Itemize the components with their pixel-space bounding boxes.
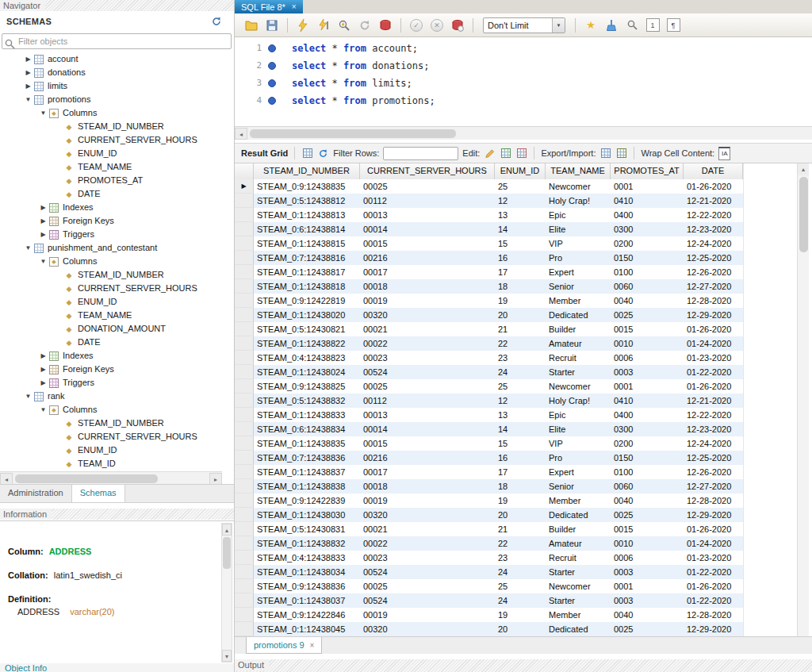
grid-cell[interactable]: STEAM_0:1:12438818 <box>254 279 360 294</box>
grid-cell[interactable]: 12-26-2020 <box>684 465 743 479</box>
export-recordset-icon[interactable] <box>599 148 611 159</box>
chevron-down-icon[interactable]: ▼ <box>552 18 565 33</box>
grid-cell[interactable]: VIP <box>546 436 611 451</box>
table-row[interactable]: STEAM_0:9:124228460001919Member004012-28… <box>235 608 743 622</box>
grid-cell[interactable]: 0003 <box>611 565 684 579</box>
grid-cell[interactable]: 12-25-2020 <box>684 251 743 265</box>
grid-cell[interactable]: STEAM_0:5:12430821 <box>254 322 360 336</box>
row-header[interactable] <box>235 279 254 294</box>
grid-cell[interactable]: 00022 <box>360 336 495 351</box>
tree-item-promotions[interactable]: ▼promotions <box>0 93 222 106</box>
table-row[interactable]: ▶STEAM_0:9:124388350002525Newcomer000101… <box>235 179 743 194</box>
tab-promotions-result[interactable]: promotions 9 × <box>246 637 322 654</box>
expand-arrow-icon[interactable]: ▶ <box>37 201 49 214</box>
row-header[interactable] <box>235 508 254 522</box>
grid-cell[interactable]: STEAM_0:9:12438836 <box>254 579 360 593</box>
grid-cell[interactable]: 0100 <box>611 465 684 479</box>
grid-cell[interactable]: 19 <box>495 294 546 308</box>
grid-cell[interactable]: Dedicated <box>546 508 611 522</box>
table-row[interactable]: STEAM_0:1:124388150001515VIP020012-24-20… <box>235 236 743 251</box>
scroll-right-icon[interactable]: ▸ <box>209 473 222 485</box>
row-header[interactable] <box>235 394 254 408</box>
wrap-text-icon[interactable]: ¶ <box>665 17 682 34</box>
grid-cell[interactable]: 00021 <box>360 522 495 536</box>
grid-cell[interactable]: 0003 <box>611 365 684 379</box>
grid-cell[interactable]: 00014 <box>360 222 495 236</box>
grid-cell[interactable]: 21 <box>495 322 546 336</box>
grid-cell[interactable]: Expert <box>546 265 611 279</box>
grid-cell[interactable]: 0025 <box>611 622 684 636</box>
grid-cell[interactable]: 16 <box>495 251 546 265</box>
grid-cell[interactable]: 01-26-2020 <box>684 579 743 593</box>
tree-item-donations[interactable]: ▶donations <box>0 66 222 79</box>
collapse-arrow-icon[interactable]: ▼ <box>22 93 34 106</box>
grid-cell[interactable]: 12-21-2020 <box>684 394 743 408</box>
grid-cell[interactable]: 12-29-2020 <box>684 508 743 522</box>
tree-item-donation-amount[interactable]: ◆DONATION_AMOUNT <box>0 322 222 336</box>
grid-cell[interactable]: Member <box>546 608 611 622</box>
grid-cell[interactable]: Dedicated <box>546 622 611 636</box>
grid-cell[interactable]: Elite <box>546 222 611 236</box>
grid-cell[interactable]: STEAM_0:1:12438838 <box>254 479 360 493</box>
grid-cell[interactable]: 00013 <box>360 208 495 222</box>
grid-column-header[interactable]: PROMOTES_AT <box>611 163 684 179</box>
row-header[interactable] <box>235 579 254 593</box>
grid-cell[interactable]: 25 <box>495 179 546 194</box>
grid-cell[interactable]: 01-23-2020 <box>684 351 743 365</box>
scroll-left-icon[interactable]: ◂ <box>0 473 13 485</box>
grid-cell[interactable]: Holy Crap! <box>546 394 611 408</box>
grid-cell[interactable]: Elite <box>546 422 611 436</box>
tree-item-enum-id[interactable]: ◆ENUM_ID <box>0 147 222 160</box>
table-row[interactable]: STEAM_0:1:124388350001515VIP020012-24-20… <box>235 436 743 451</box>
expand-arrow-icon[interactable]: ▶ <box>37 376 49 390</box>
grid-cell[interactable]: VIP <box>546 236 611 251</box>
tree-item-columns[interactable]: ▼Columns <box>0 403 222 417</box>
grid-cell[interactable]: Newcomer <box>546 179 611 194</box>
tree-item-current-server-hours[interactable]: ◆CURRENT_SERVER_HOURS <box>0 430 222 444</box>
scroll-up-icon[interactable]: ▴ <box>798 163 809 175</box>
grid-cell[interactable]: 00025 <box>360 179 495 194</box>
tree-item-team-id[interactable]: ◆TEAM_ID <box>0 457 222 470</box>
grid-cell[interactable]: 24 <box>495 565 546 579</box>
grid-cell[interactable]: 0015 <box>611 522 684 536</box>
scrollbar-thumb[interactable] <box>799 177 808 252</box>
grid-cell[interactable]: 0025 <box>611 508 684 522</box>
tree-item-enum-id[interactable]: ◆ENUM_ID <box>0 295 222 309</box>
table-row[interactable]: STEAM_0:1:124388380001818Senior006012-27… <box>235 479 743 493</box>
tab-schemas[interactable]: Schemas <box>71 485 125 502</box>
grid-cell[interactable]: Senior <box>546 479 611 493</box>
tree-item-promotes-at[interactable]: ◆PROMOTES_AT <box>0 174 222 187</box>
row-header[interactable] <box>235 194 254 208</box>
grid-cell[interactable]: STEAM_0:1:12438817 <box>254 265 360 279</box>
tree-item-enum-id[interactable]: ◆ENUM_ID <box>0 444 222 457</box>
grid-cell[interactable]: 0200 <box>611 436 684 451</box>
grid-cell[interactable]: 00013 <box>360 408 495 422</box>
grid-cell[interactable]: 01-22-2020 <box>684 365 743 379</box>
table-row[interactable]: STEAM_0:9:124388360002525Newcomer000101-… <box>235 579 743 593</box>
grid-cell[interactable]: 00019 <box>360 608 495 622</box>
grid-cell[interactable]: 12-28-2020 <box>684 294 743 308</box>
grid-cell[interactable]: 12-27-2020 <box>684 479 743 493</box>
tree-item-rank[interactable]: ▼rank <box>0 390 222 403</box>
tree-item-steam-id-number[interactable]: ◆STEAM_ID_NUMBER <box>0 417 222 430</box>
grid-cell[interactable]: 00017 <box>360 465 495 479</box>
row-header[interactable] <box>235 208 254 222</box>
grid-view-icon[interactable] <box>301 148 313 159</box>
grid-cell[interactable]: STEAM_0:9:12422839 <box>254 493 360 508</box>
grid-cell[interactable]: 22 <box>495 536 546 551</box>
grid-cell[interactable]: 12-22-2020 <box>684 208 743 222</box>
grid-cell[interactable]: 12-25-2020 <box>684 451 743 465</box>
grid-cell[interactable]: 01-22-2020 <box>684 565 743 579</box>
expand-arrow-icon[interactable]: ▶ <box>22 52 34 66</box>
grid-cell[interactable]: 0001 <box>611 579 684 593</box>
grid-cell[interactable]: 12-29-2020 <box>684 622 743 636</box>
grid-cell[interactable]: 00021 <box>360 322 495 336</box>
expand-arrow-icon[interactable]: ▶ <box>37 214 49 228</box>
grid-cell[interactable]: 0150 <box>611 251 684 265</box>
grid-cell[interactable]: 12-22-2020 <box>684 408 743 422</box>
grid-cell[interactable]: 0015 <box>611 322 684 336</box>
grid-cell[interactable]: Amateur <box>546 536 611 551</box>
grid-cell[interactable]: 15 <box>495 236 546 251</box>
grid-column-header[interactable]: CURRENT_SERVER_HOURS <box>360 163 495 179</box>
row-header[interactable] <box>235 565 254 579</box>
